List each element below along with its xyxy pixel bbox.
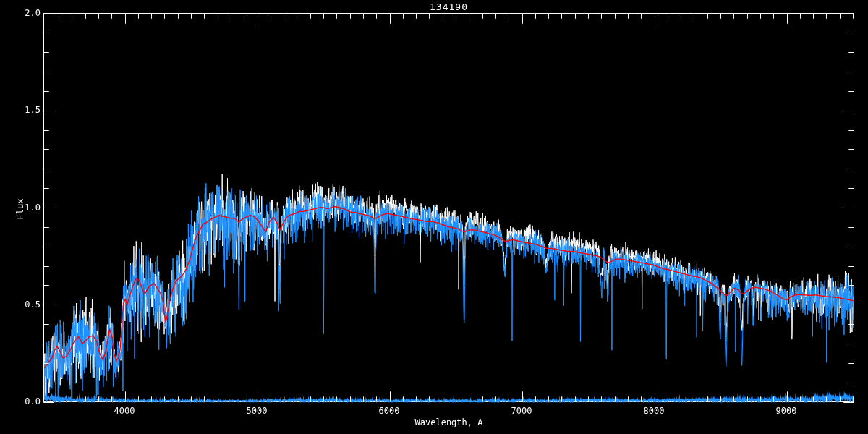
spectrum-plot-window: 134190 Flux Wavelength, A 2.0 1.5 1.0 0.… [0, 0, 868, 434]
y-tick-label-1.0: 1.0 [0, 203, 41, 213]
y-tick-label-2.0: 2.0 [0, 8, 41, 18]
spectrum-plot-canvas [0, 0, 868, 434]
y-tick-label-0.0: 0.0 [0, 396, 41, 407]
x-tick-label-4000: 4000 [114, 407, 135, 416]
x-tick-label-9000: 9000 [776, 407, 797, 416]
x-axis-title: Wavelength, A [43, 417, 854, 427]
x-tick-label-6000: 6000 [379, 407, 400, 416]
x-tick-label-5000: 5000 [247, 407, 268, 416]
plot-title: 134190 [43, 1, 854, 12]
x-tick-label-8000: 8000 [644, 407, 665, 416]
y-tick-label-0.5: 0.5 [0, 299, 41, 310]
y-tick-label-1.5: 1.5 [0, 105, 41, 115]
x-tick-label-7000: 7000 [511, 407, 532, 416]
